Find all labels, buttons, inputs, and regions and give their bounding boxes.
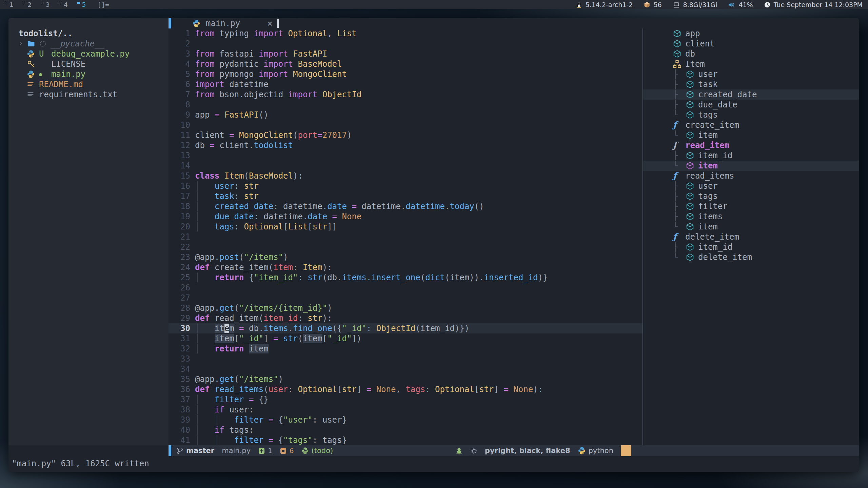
tag-item_id[interactable]: ├item_id <box>643 150 859 161</box>
chevron-right-icon[interactable] <box>18 41 27 46</box>
code-line-20[interactable]: 20│ tags: Optional[List[str]] <box>169 222 643 232</box>
workspace-square-icon <box>41 2 43 4</box>
code-line-15[interactable]: 15class Item(BaseModel): <box>169 171 643 181</box>
code-line-17[interactable]: 17│ task: str <box>169 191 643 201</box>
code-line-32[interactable]: 32│ return item <box>169 344 643 354</box>
workspace-2[interactable]: 2 <box>18 0 36 9</box>
tab-label: main.py <box>206 19 240 28</box>
code-line-23[interactable]: 23@app.post("/items") <box>169 252 643 262</box>
markdown-icon <box>27 81 39 88</box>
code-line-21[interactable]: 21 <box>169 232 643 242</box>
code-line-9[interactable]: 9app = FastAPI() <box>169 110 643 120</box>
code-line-10[interactable]: 10 <box>169 120 643 130</box>
close-icon[interactable]: × <box>267 18 273 28</box>
statusline-right: pyright, black, flake8 python <box>455 445 859 456</box>
line-number: 39 <box>169 415 190 425</box>
code-line-18[interactable]: 18│ created_date: datetime.date = dateti… <box>169 201 643 211</box>
code-line-35[interactable]: 35@app.get("/items") <box>169 374 643 384</box>
tag-Item[interactable]: Item <box>643 59 859 69</box>
workspace-5[interactable]: 5 <box>73 0 91 9</box>
code-line-11[interactable]: 11client = MongoClient(port=27017) <box>169 130 643 140</box>
code-line-29[interactable]: 29def read_item(item_id: str): <box>169 313 643 323</box>
code-line-37[interactable]: 37│ filter = {} <box>169 394 643 405</box>
tag-items[interactable]: ├items <box>643 211 859 222</box>
tag-db[interactable]: db <box>643 49 859 59</box>
tag-create_item[interactable]: ƒcreate_item <box>643 120 859 130</box>
volume-level[interactable]: 41% <box>728 1 753 8</box>
tree-item--pycache-[interactable]: __pycache__ <box>8 39 169 49</box>
code-line-22[interactable]: 22 <box>169 242 643 252</box>
tree-connector: └ <box>673 130 686 140</box>
tag-item[interactable]: └item <box>643 161 859 171</box>
line-number: 16 <box>169 181 190 191</box>
workspace-label: 5 <box>82 1 86 8</box>
code-line-3[interactable]: 3from fastapi import FastAPI <box>169 49 643 59</box>
tree-item-main-py[interactable]: ●main.py <box>8 69 169 79</box>
tag-read_items[interactable]: ƒread_items <box>643 171 859 181</box>
code-line-19[interactable]: 19│ due_date: datetime.date = None <box>169 211 643 222</box>
volume-icon <box>728 1 735 8</box>
tag-user[interactable]: ├user <box>643 181 859 191</box>
linters-list: pyright, black, flake8 <box>485 447 570 455</box>
code-line-7[interactable]: 7from bson.objectid import ObjectId <box>169 89 643 100</box>
code-line-14[interactable]: 14 <box>169 161 643 171</box>
file-tree-panel[interactable]: todolist/.. __pycache__Udebug_example.py… <box>8 18 169 445</box>
tag-label: tags <box>698 110 718 120</box>
code-line-26[interactable]: 26 <box>169 283 643 293</box>
code-text: db = client.todolist <box>195 140 293 150</box>
tag-app[interactable]: app <box>643 28 859 39</box>
code-line-24[interactable]: 24def create_item(item: Item): <box>169 262 643 272</box>
workspace-1[interactable]: 1 <box>0 0 18 9</box>
tag-item[interactable]: └item <box>643 222 859 232</box>
editor-code-area[interactable]: 1from typing import Optional, List23from… <box>169 28 643 445</box>
code-line-6[interactable]: 6import datetime <box>169 79 643 89</box>
code-line-5[interactable]: 5from pymongo import MongoClient <box>169 69 643 79</box>
workspace-3[interactable]: 3 <box>36 0 54 9</box>
code-line-27[interactable]: 27 <box>169 293 643 303</box>
code-line-31[interactable]: 31│ item["_id"] = str(item["_id"]) <box>169 333 643 344</box>
tag-created_date[interactable]: ├created_date <box>643 89 859 100</box>
tag-item_id[interactable]: ├item_id <box>643 242 859 252</box>
tag-tags[interactable]: ├tags <box>643 191 859 201</box>
code-line-36[interactable]: 36def read_items(user: Optional[str] = N… <box>169 384 643 394</box>
tag-read_item[interactable]: ƒread_item <box>643 140 859 150</box>
code-line-39[interactable]: 39│ │ filter = {"user": user} <box>169 415 643 425</box>
tag-due_date[interactable]: ├due_date <box>643 100 859 110</box>
code-line-4[interactable]: 4from pydantic import BaseModel <box>169 59 643 69</box>
code-line-41[interactable]: 41│ │ filter = {"tags": tags} <box>169 435 643 445</box>
tree-item-debug-example-py[interactable]: Udebug_example.py <box>8 49 169 59</box>
code-text: │ item = db.items.find_one({"_id": Objec… <box>195 323 469 333</box>
tagbar-panel[interactable]: appclientdbItem├user├task├created_date├d… <box>643 28 859 445</box>
tree-item-label: main.py <box>51 69 85 79</box>
tag-filter[interactable]: ├filter <box>643 201 859 211</box>
tag-client[interactable]: client <box>643 39 859 49</box>
code-line-40[interactable]: 40│ if tags: <box>169 425 643 435</box>
tree-item-requirements-txt[interactable]: requirements.txt <box>8 89 169 100</box>
code-text: from pydantic import BaseModel <box>195 59 342 69</box>
code-line-12[interactable]: 12db = client.todolist <box>169 140 643 150</box>
workspace-4[interactable]: 4 <box>54 0 72 9</box>
code-line-28[interactable]: 28@app.get("/items/{item_id}") <box>169 303 643 313</box>
tag-item[interactable]: └item <box>643 130 859 140</box>
code-line-33[interactable]: 33 <box>169 354 643 364</box>
tag-delete_item[interactable]: ƒdelete_item <box>643 232 859 242</box>
code-line-25[interactable]: 25│ return {"item_id": str(db.items.inse… <box>169 272 643 283</box>
tab-main-py[interactable]: main.py × <box>171 18 273 28</box>
code-line-30[interactable]: 30│ item = db.items.find_one({"_id": Obj… <box>169 323 643 333</box>
code-line-34[interactable]: 34 <box>169 364 643 374</box>
tag-task[interactable]: ├task <box>643 79 859 89</box>
tree-item-readme-md[interactable]: README.md <box>8 79 169 89</box>
tag-delete_item[interactable]: └delete_item <box>643 252 859 262</box>
code-line-2[interactable]: 2 <box>169 39 643 49</box>
tag-user[interactable]: ├user <box>643 69 859 79</box>
code-line-1[interactable]: 1from typing import Optional, List <box>169 28 643 39</box>
code-line-16[interactable]: 16│ user: str <box>169 181 643 191</box>
tree-item-license[interactable]: LICENSE <box>8 59 169 69</box>
tag-label: read_items <box>685 171 734 181</box>
tag-tags[interactable]: └tags <box>643 110 859 120</box>
line-number: 24 <box>169 262 190 272</box>
code-line-13[interactable]: 13 <box>169 150 643 161</box>
statusline-position-block <box>621 445 631 456</box>
code-line-8[interactable]: 8 <box>169 100 643 110</box>
code-line-38[interactable]: 38│ if user: <box>169 405 643 415</box>
